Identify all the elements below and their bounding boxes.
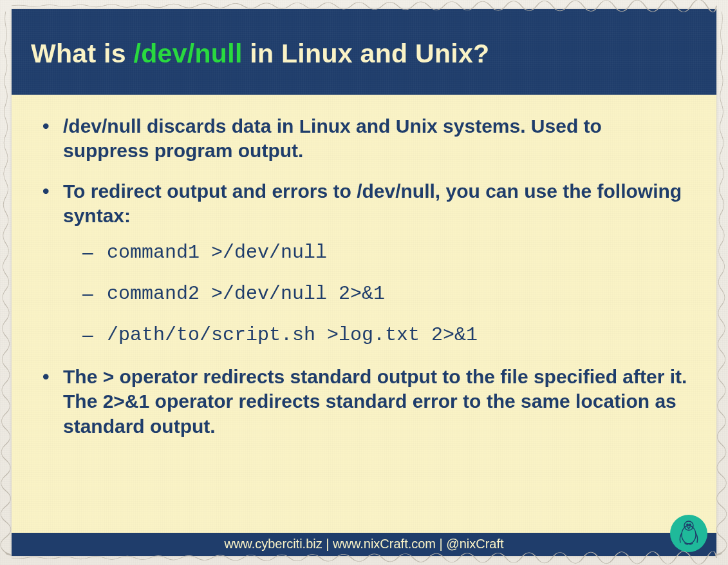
bullet-item-2: To redirect output and errors to /dev/nu… xyxy=(40,179,688,348)
slide-card: What is /dev/null in Linux and Unix? /de… xyxy=(12,9,716,556)
svg-point-2 xyxy=(687,524,688,525)
slide-title: What is /dev/null in Linux and Unix? xyxy=(31,39,697,69)
title-prefix: What is xyxy=(31,39,134,68)
bullet-item-1: /dev/null discards data in Linux and Uni… xyxy=(40,114,688,164)
title-highlight: /dev/null xyxy=(134,39,243,68)
bullet-list: /dev/null discards data in Linux and Uni… xyxy=(40,114,688,439)
slide-header: What is /dev/null in Linux and Unix? xyxy=(12,9,716,95)
footer-text: www.cyberciti.biz | www.nixCraft.com | @… xyxy=(224,537,503,551)
title-suffix: in Linux and Unix? xyxy=(243,39,490,68)
command-list: command1 >/dev/null command2 >/dev/null … xyxy=(63,240,688,348)
slide-body: /dev/null discards data in Linux and Uni… xyxy=(12,95,716,533)
brand-logo xyxy=(670,515,707,552)
slide-footer: www.cyberciti.biz | www.nixCraft.com | @… xyxy=(12,533,716,556)
command-item-1: command1 >/dev/null xyxy=(63,240,688,265)
command-item-3: /path/to/script.sh >log.txt 2>&1 xyxy=(63,323,688,347)
slide-frame: What is /dev/null in Linux and Unix? /de… xyxy=(0,0,728,565)
penguin-icon xyxy=(675,518,703,549)
command-item-2: command2 >/dev/null 2>&1 xyxy=(63,282,688,306)
bullet-item-2-text: To redirect output and errors to /dev/nu… xyxy=(63,180,682,226)
svg-point-3 xyxy=(689,524,691,525)
bullet-item-3: The > operator redirects standard output… xyxy=(40,365,688,439)
